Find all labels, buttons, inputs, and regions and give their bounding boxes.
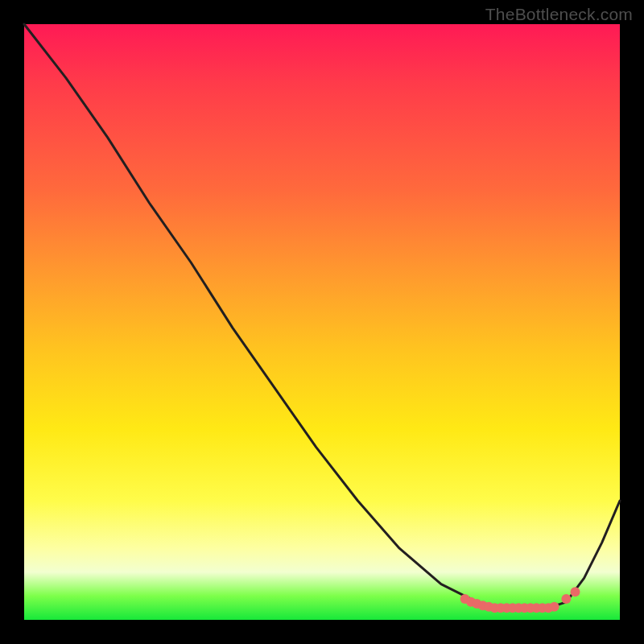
chart-stage: TheBottleneck.com [0, 0, 644, 644]
bottleneck-curve [24, 24, 620, 608]
curve-layer [24, 24, 620, 620]
highlight-dot [561, 594, 571, 604]
highlight-dot [571, 587, 580, 597]
attribution-text: TheBottleneck.com [485, 5, 633, 24]
highlight-dot [550, 602, 559, 612]
highlight-band [460, 587, 580, 613]
gradient-panel [24, 24, 620, 620]
